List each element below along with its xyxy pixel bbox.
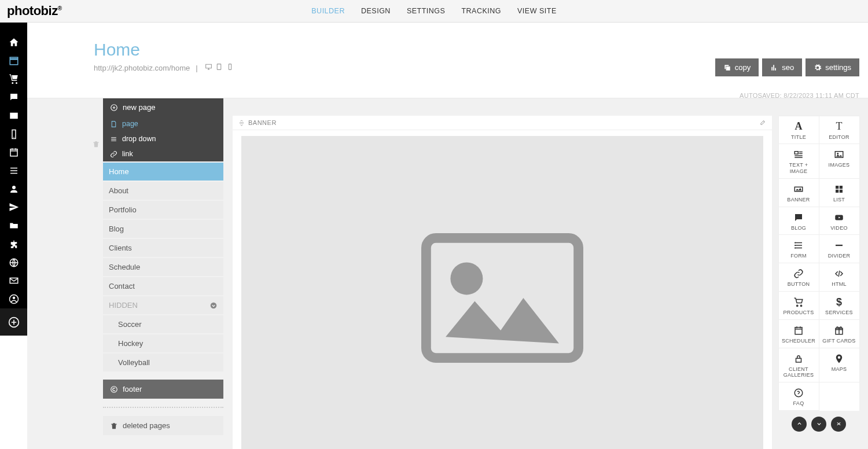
svg-rect-26 <box>796 358 801 362</box>
nav-view-site[interactable]: VIEW SITE <box>517 7 557 15</box>
page-item-about[interactable]: About <box>103 182 223 200</box>
page-item-blog[interactable]: Blog <box>103 220 223 238</box>
seo-button[interactable]: seo <box>762 58 802 76</box>
element-form[interactable]: FORM <box>778 234 819 263</box>
element-services[interactable]: $SERVICES <box>819 291 860 320</box>
image-placeholder-icon <box>421 233 583 363</box>
element-title[interactable]: ATITLE <box>778 116 819 145</box>
code-icon <box>821 268 858 279</box>
block-header[interactable]: BANNER <box>233 116 772 130</box>
text-image-icon <box>780 149 818 160</box>
action-buttons: copy seo settings <box>715 58 859 76</box>
element-images[interactable]: IMAGES <box>819 143 860 179</box>
calendar-icon[interactable] <box>0 143 27 161</box>
collapse-button[interactable] <box>831 417 846 432</box>
list-icon[interactable] <box>0 161 27 180</box>
gear-icon <box>814 64 822 72</box>
settings-button[interactable]: settings <box>806 58 859 76</box>
canvas: BANNER <box>233 116 772 449</box>
add-icon[interactable] <box>0 308 27 336</box>
page-icon <box>110 120 117 128</box>
element-maps[interactable]: MAPS <box>819 348 860 383</box>
copy-button[interactable]: copy <box>715 58 759 76</box>
left-icon-bar <box>0 23 27 308</box>
nav-design[interactable]: DESIGN <box>361 7 391 15</box>
image-icon[interactable] <box>0 106 27 125</box>
banner-placeholder[interactable] <box>241 136 763 449</box>
svg-point-21 <box>795 242 796 244</box>
page-item-clients[interactable]: Clients <box>103 239 223 257</box>
mobile-icon[interactable] <box>226 63 234 71</box>
page-item-soccer[interactable]: Soccer <box>103 315 223 333</box>
element-gift-cards[interactable]: GIFT CARDS <box>819 319 860 348</box>
page-item-schedule[interactable]: Schedule <box>103 258 223 276</box>
trash-icon <box>110 422 118 430</box>
home-icon[interactable] <box>0 33 27 51</box>
move-up-button[interactable] <box>792 417 807 432</box>
element-editor[interactable]: TEDITOR <box>819 116 860 145</box>
new-page-option-dropdown[interactable]: drop down <box>103 131 223 146</box>
nav-settings[interactable]: SETTINGS <box>407 7 446 15</box>
edit-block-icon[interactable] <box>760 119 766 127</box>
move-down-button[interactable] <box>811 417 826 432</box>
desktop-icon[interactable] <box>205 63 212 71</box>
puzzle-icon[interactable] <box>0 235 27 253</box>
page-group-hidden[interactable]: HIDDEN <box>103 296 223 314</box>
dollar-icon: $ <box>821 296 858 308</box>
divider <box>103 407 223 408</box>
device-icons[interactable] <box>204 63 234 72</box>
page-item-volleyball[interactable]: Volleyball <box>103 354 223 371</box>
element-text-image[interactable]: TEXT + IMAGE <box>778 143 819 179</box>
top-nav: BUILDER DESIGN SETTINGS TRACKING VIEW SI… <box>311 7 556 15</box>
form-icon <box>780 240 818 251</box>
pin-icon <box>821 353 858 365</box>
phone-icon[interactable] <box>0 125 27 143</box>
element-client-galleries[interactable]: CLIENT GALLERIES <box>778 348 819 383</box>
element-faq[interactable]: FAQ <box>778 382 819 411</box>
plus-circle-icon <box>110 104 118 112</box>
nav-builder[interactable]: BUILDER <box>311 7 345 15</box>
page-item-hockey[interactable]: Hockey <box>103 334 223 352</box>
chat-icon[interactable] <box>0 88 27 106</box>
element-button[interactable]: BUTTON <box>778 263 819 292</box>
element-blog[interactable]: BLOG <box>778 207 819 235</box>
builder-icon[interactable] <box>0 51 27 70</box>
delete-page-icon[interactable] <box>92 140 100 150</box>
user-icon[interactable] <box>0 180 27 198</box>
element-divider[interactable]: DIVIDER <box>819 234 860 263</box>
images-icon <box>821 149 858 160</box>
globe-icon[interactable] <box>0 253 27 272</box>
deleted-pages-button[interactable]: deleted pages <box>103 416 223 435</box>
account-icon[interactable] <box>0 290 27 308</box>
folder-icon[interactable] <box>0 216 27 235</box>
drag-icon[interactable] <box>238 120 245 126</box>
page-item-home[interactable]: Home <box>103 163 223 181</box>
new-page-option-page[interactable]: page <box>103 116 223 131</box>
send-icon[interactable] <box>0 198 27 217</box>
element-video[interactable]: VIDEO <box>819 207 860 235</box>
element-scheduler[interactable]: SCHEDULER <box>778 319 819 348</box>
tablet-icon[interactable] <box>215 63 223 71</box>
element-html[interactable]: HTML <box>819 263 860 292</box>
svg-point-23 <box>795 248 796 249</box>
new-page-option-link[interactable]: link <box>103 146 223 161</box>
new-page-button[interactable]: new page <box>103 98 223 116</box>
gift-icon <box>821 325 858 336</box>
footer-button[interactable]: footer <box>103 380 223 399</box>
page-item-portfolio[interactable]: Portfolio <box>103 201 223 219</box>
grid-icon <box>821 183 858 195</box>
banner-icon <box>780 183 818 195</box>
svg-rect-19 <box>840 190 843 193</box>
work-area: new page page drop down link Home About … <box>27 98 868 449</box>
mail-icon[interactable] <box>0 272 27 290</box>
element-list[interactable]: LIST <box>819 178 860 207</box>
nav-tracking[interactable]: TRACKING <box>461 7 501 15</box>
element-banner[interactable]: BANNER <box>778 178 819 207</box>
main: Home http://jk2.photobiz.com/home | copy… <box>27 23 868 449</box>
copyright-icon <box>110 385 118 393</box>
svg-rect-6 <box>229 64 231 70</box>
page-item-contact[interactable]: Contact <box>103 277 223 295</box>
svg-rect-12 <box>795 152 798 154</box>
cart-icon[interactable] <box>0 69 27 88</box>
element-products[interactable]: PRODUCTS <box>778 291 819 320</box>
